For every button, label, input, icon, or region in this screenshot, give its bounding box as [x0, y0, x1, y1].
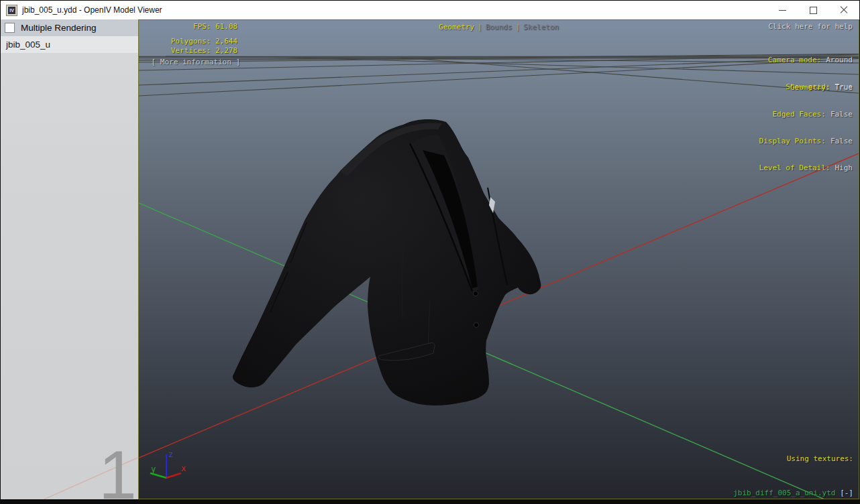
polygons-counter: Polygons: 2,644	[140, 37, 237, 46]
multiple-rendering-checkbox[interactable]	[5, 23, 15, 33]
scene-canvas: z y x	[139, 20, 859, 499]
multiple-rendering-label: Multiple Rendering	[21, 23, 97, 33]
view-tabs: Geometry|Bounds|Skeleton	[139, 23, 859, 32]
gizmo-x-label: x	[181, 464, 186, 473]
page-number: 1	[99, 441, 137, 499]
level-of-detail-row[interactable]: Level of Detail:High	[759, 164, 853, 172]
gizmo-z-label: z	[168, 450, 173, 459]
display-points-row[interactable]: Display Points:False	[759, 137, 853, 145]
help-link[interactable]: Click here for help	[768, 22, 853, 31]
axis-line-bleed	[1, 19, 138, 499]
viewport-3d[interactable]: z y x FPS: 61.08 Polygons: 2,644 Vertice…	[138, 19, 859, 499]
window-title: jbib_005_u.ydd - OpenIV Model Viewer	[22, 5, 162, 15]
minimize-icon	[779, 10, 786, 11]
geometry-toggle-row[interactable]: Geometry:True	[759, 83, 853, 92]
texture-remove-button[interactable]: [-]	[840, 489, 853, 497]
titlebar: IV jbib_005_u.ydd - OpenIV Model Viewer	[1, 1, 859, 19]
close-icon	[840, 6, 848, 14]
textures-panel: Using textures: jbib_diff_005_a_uni.ytd …	[729, 430, 853, 499]
tab-skeleton[interactable]: Skeleton	[523, 23, 559, 32]
tab-bounds[interactable]: Bounds	[486, 23, 513, 32]
tab-separator: |	[515, 23, 520, 32]
texture-row: jbib_diff_005_a_uni.ytd [-]	[729, 487, 853, 499]
gizmo-x-axis	[166, 473, 181, 478]
minimize-button[interactable]	[767, 1, 798, 19]
jacket-model[interactable]	[233, 119, 541, 405]
jacket-button-top	[473, 291, 478, 296]
tab-geometry[interactable]: Geometry	[439, 23, 474, 32]
close-button[interactable]	[828, 1, 859, 19]
gizmo-y-label: y	[151, 464, 156, 474]
display-settings: Geometry:True Edged Faces:False Display …	[759, 65, 853, 191]
app-window: IV jbib_005_u.ydd - OpenIV Model Viewer …	[0, 0, 860, 504]
more-information-link[interactable]: [ More information ]	[140, 58, 240, 66]
tab-separator: |	[478, 23, 482, 32]
app-icon: IV	[6, 5, 17, 16]
texture-file-link[interactable]: jbib_diff_005_a_uni.ytd	[733, 489, 835, 497]
grid-lines	[139, 54, 859, 97]
textures-header: Using textures:	[729, 453, 853, 464]
maximize-icon	[810, 7, 817, 14]
axis-gizmo: z y x	[150, 450, 186, 478]
caption-buttons	[767, 1, 859, 19]
camera-mode-row[interactable]: Camera mode:Around	[768, 56, 853, 64]
edged-faces-row[interactable]: Edged Faces:False	[759, 110, 853, 119]
gizmo-y-axis	[150, 473, 166, 478]
jacket-button-bottom	[474, 322, 478, 327]
maximize-button[interactable]	[798, 1, 828, 19]
multiple-rendering-row[interactable]: Multiple Rendering	[1, 19, 138, 36]
openiv-logo-icon: IV	[8, 7, 15, 14]
model-list-item[interactable]: jbib_005_u	[1, 36, 138, 53]
sidebar: Multiple Rendering jbib_005_u 1	[1, 19, 138, 499]
vertices-counter: Vertices: 2,278	[140, 46, 237, 55]
